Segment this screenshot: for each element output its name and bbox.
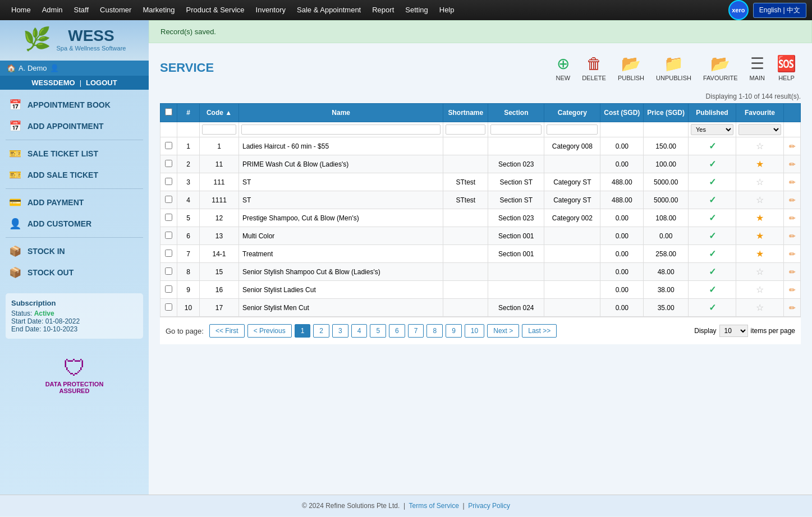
sidebar-item-add-payment[interactable]: 💳 ADD PAYMENT xyxy=(0,192,149,213)
row-favourite[interactable]: ☆ xyxy=(736,173,784,191)
favourite-star-icon[interactable]: ☆ xyxy=(756,267,764,276)
favourite-star-icon[interactable]: ★ xyxy=(756,231,764,241)
new-button[interactable]: ⊕ NEW xyxy=(551,52,575,84)
page-7-button[interactable]: 7 xyxy=(408,324,424,338)
sidebar-item-stock-out[interactable]: 📦 STOCK OUT xyxy=(0,262,149,283)
favourite-star-icon[interactable]: ☆ xyxy=(756,303,764,312)
page-1-button[interactable]: 1 xyxy=(295,324,311,338)
row-checkbox[interactable] xyxy=(165,250,172,257)
sidebar-item-add-sale-ticket[interactable]: 🎫 ADD SALE TICKET xyxy=(0,164,149,186)
filter-shortname-input[interactable] xyxy=(446,124,485,135)
page-5-button[interactable]: 5 xyxy=(370,324,386,338)
favourite-star-icon[interactable]: ☆ xyxy=(756,285,764,294)
row-checkbox[interactable] xyxy=(165,285,172,293)
row-checkbox[interactable] xyxy=(165,196,172,203)
col-code[interactable]: Code ▲ xyxy=(200,104,239,122)
edit-icon[interactable]: ✏ xyxy=(789,232,796,241)
select-all-checkbox[interactable] xyxy=(165,108,172,116)
delete-button[interactable]: 🗑 DELETE xyxy=(577,52,611,84)
sidebar-item-appointment-book[interactable]: 📅 APPOINTMENT BOOK xyxy=(0,94,149,116)
edit-icon[interactable]: ✏ xyxy=(789,267,796,276)
unpublish-button[interactable]: 📁 UNPUBLISH xyxy=(652,52,696,84)
sidebar-item-add-appointment[interactable]: 📅 ADD APPOINTMENT xyxy=(0,116,149,137)
nav-home[interactable]: Home xyxy=(6,0,36,20)
row-favourite[interactable]: ☆ xyxy=(736,299,784,317)
row-checkbox[interactable] xyxy=(165,160,172,167)
nav-product-service[interactable]: Product & Service xyxy=(181,0,250,20)
row-checkbox[interactable] xyxy=(165,214,172,221)
favourite-star-icon[interactable]: ☆ xyxy=(756,141,764,151)
nav-sale-appointment[interactable]: Sale & Appointment xyxy=(291,0,366,20)
footer-privacy[interactable]: Privacy Policy xyxy=(468,502,510,510)
favourite-star-icon[interactable]: ★ xyxy=(756,159,764,169)
logout-link[interactable]: LOGOUT xyxy=(81,79,122,87)
page-10-button[interactable]: 10 xyxy=(465,324,484,338)
favourite-star-icon[interactable]: ★ xyxy=(756,249,764,258)
nav-admin[interactable]: Admin xyxy=(36,0,68,20)
row-favourite[interactable]: ☆ xyxy=(736,137,784,155)
items-per-page-select[interactable]: 102550100 xyxy=(719,325,748,337)
next-page-button[interactable]: Next > xyxy=(487,324,519,338)
sidebar-item-add-customer[interactable]: 👤 ADD CUSTOMER xyxy=(0,213,149,234)
edit-icon[interactable]: ✏ xyxy=(789,160,796,169)
row-checkbox[interactable] xyxy=(165,267,172,275)
row-checkbox[interactable] xyxy=(165,303,172,311)
page-3-button[interactable]: 3 xyxy=(332,324,348,338)
row-checkbox[interactable] xyxy=(165,142,172,149)
first-page-button[interactable]: << First xyxy=(209,324,245,338)
last-page-button[interactable]: Last >> xyxy=(522,324,557,338)
edit-icon[interactable]: ✏ xyxy=(789,214,796,223)
favourite-button[interactable]: 📂 FAVOURITE xyxy=(699,52,742,84)
edit-icon[interactable]: ✏ xyxy=(789,178,796,187)
edit-icon[interactable]: ✏ xyxy=(789,303,796,312)
row-checkbox[interactable] xyxy=(165,178,172,185)
edit-icon[interactable]: ✏ xyxy=(789,250,796,258)
filter-name-input[interactable] xyxy=(241,124,441,135)
row-favourite[interactable]: ★ xyxy=(736,155,784,173)
filter-code-input[interactable] xyxy=(202,124,236,135)
filter-section-input[interactable] xyxy=(490,124,542,135)
edit-icon[interactable]: ✏ xyxy=(789,285,796,294)
wessdemo-link[interactable]: WESSDEMO xyxy=(27,79,79,87)
help-button[interactable]: 🆘 HELP xyxy=(772,52,801,84)
row-checkbox[interactable] xyxy=(165,232,172,239)
language-button[interactable]: English | 中文 xyxy=(753,3,806,18)
favourite-star-icon[interactable]: ★ xyxy=(756,213,764,223)
row-favourite[interactable]: ★ xyxy=(736,227,784,245)
page-2-button[interactable]: 2 xyxy=(313,324,329,338)
stock-in-icon: 📦 xyxy=(8,245,22,257)
sidebar-item-stock-in[interactable]: 📦 STOCK IN xyxy=(0,241,149,262)
nav-report[interactable]: Report xyxy=(366,0,400,20)
nav-marketing[interactable]: Marketing xyxy=(137,0,180,20)
favourite-star-icon[interactable]: ☆ xyxy=(756,177,764,187)
page-4-button[interactable]: 4 xyxy=(351,324,368,338)
main-button[interactable]: ☰ MAIN xyxy=(745,52,770,84)
row-code: 11 xyxy=(200,155,239,173)
row-favourite[interactable]: ★ xyxy=(736,245,784,263)
favourite-star-icon[interactable]: ☆ xyxy=(756,195,764,205)
row-favourite[interactable]: ☆ xyxy=(736,263,784,281)
page-9-button[interactable]: 9 xyxy=(446,324,462,338)
page-8-button[interactable]: 8 xyxy=(426,324,443,338)
xero-button[interactable]: xero xyxy=(728,0,749,20)
row-favourite[interactable]: ☆ xyxy=(736,191,784,209)
filter-published-select[interactable]: YesNo xyxy=(691,124,733,135)
publish-button[interactable]: 📂 PUBLISH xyxy=(613,52,649,84)
prev-page-button[interactable]: < Previous xyxy=(247,324,292,338)
nav-setting[interactable]: Setting xyxy=(400,0,433,20)
row-favourite[interactable]: ☆ xyxy=(736,281,784,299)
footer-tos[interactable]: Terms of Service xyxy=(409,502,459,510)
filter-favourite-select[interactable]: YesNo xyxy=(738,124,781,135)
published-check-icon: ✓ xyxy=(709,195,716,205)
edit-icon[interactable]: ✏ xyxy=(789,142,796,151)
sidebar-item-sale-ticket-list[interactable]: 🎫 SALE TICKET LIST xyxy=(0,143,149,164)
nav-customer[interactable]: Customer xyxy=(94,0,137,20)
row-favourite[interactable]: ★ xyxy=(736,209,784,227)
filter-category-input[interactable] xyxy=(547,124,598,135)
page-6-button[interactable]: 6 xyxy=(389,324,405,338)
col-shortname: Shortname xyxy=(443,104,488,122)
nav-help[interactable]: Help xyxy=(434,0,460,20)
nav-staff[interactable]: Staff xyxy=(68,0,95,20)
nav-inventory[interactable]: Inventory xyxy=(250,0,291,20)
edit-icon[interactable]: ✏ xyxy=(789,196,796,205)
